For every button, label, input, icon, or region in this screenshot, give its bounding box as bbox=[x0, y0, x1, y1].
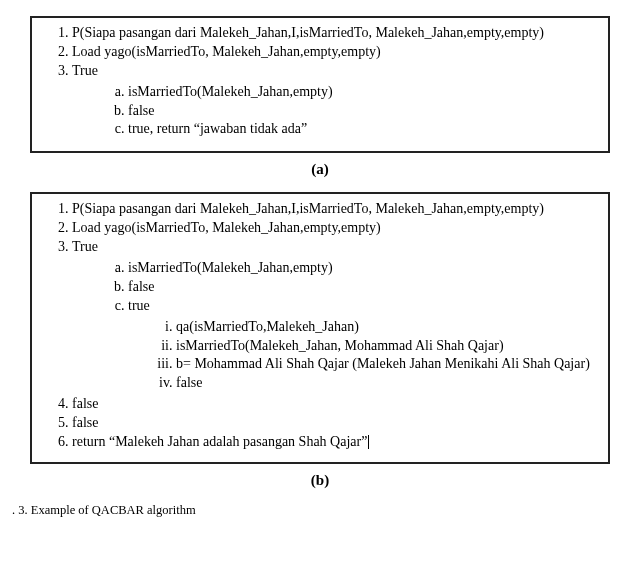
text-cursor bbox=[368, 435, 369, 449]
pseudocode-box-a: P(Siapa pasangan dari Malekeh_Jahan,I,is… bbox=[30, 16, 610, 153]
list-item-label: true bbox=[128, 298, 150, 313]
pseudocode-box-b: P(Siapa pasangan dari Malekeh_Jahan,I,is… bbox=[30, 192, 610, 464]
list-item: true qa(isMarriedTo,Malekeh_Jahan) isMar… bbox=[128, 297, 596, 393]
list-item-label: return “Malekeh Jahan adalah pasangan Sh… bbox=[72, 434, 367, 449]
sub-list-b: isMarriedTo(Malekeh_Jahan,empty) false t… bbox=[72, 259, 596, 393]
list-item: false bbox=[72, 395, 596, 414]
caption-b: (b) bbox=[12, 472, 628, 489]
caption-a: (a) bbox=[12, 161, 628, 178]
list-item: Load yago(isMarriedTo, Malekeh_Jahan,emp… bbox=[72, 43, 596, 62]
list-item: isMarriedTo(Malekeh_Jahan, Mohammad Ali … bbox=[176, 337, 596, 356]
list-item: P(Siapa pasangan dari Malekeh_Jahan,I,is… bbox=[72, 200, 596, 219]
list-item: True isMarriedTo(Malekeh_Jahan,empty) fa… bbox=[72, 238, 596, 393]
list-item: false bbox=[72, 414, 596, 433]
subsub-list-b: qa(isMarriedTo,Malekeh_Jahan) isMarriedT… bbox=[128, 318, 596, 394]
list-item: return “Malekeh Jahan adalah pasangan Sh… bbox=[72, 433, 596, 452]
list-item: P(Siapa pasangan dari Malekeh_Jahan,I,is… bbox=[72, 24, 596, 43]
list-item: b= Mohammad Ali Shah Qajar (Malekeh Jaha… bbox=[176, 355, 596, 374]
list-item: True isMarriedTo(Malekeh_Jahan,empty) fa… bbox=[72, 62, 596, 140]
list-item: isMarriedTo(Malekeh_Jahan,empty) bbox=[128, 83, 596, 102]
list-item: Load yago(isMarriedTo, Malekeh_Jahan,emp… bbox=[72, 219, 596, 238]
list-item: false bbox=[128, 278, 596, 297]
list-item: isMarriedTo(Malekeh_Jahan,empty) bbox=[128, 259, 596, 278]
list-item-label: True bbox=[72, 63, 98, 78]
list-item: true, return “jawaban tidak ada” bbox=[128, 120, 596, 139]
figure-caption-line: . 3. Example of QACBAR algorithm bbox=[12, 503, 628, 518]
sub-list-a: isMarriedTo(Malekeh_Jahan,empty) false t… bbox=[72, 83, 596, 140]
list-item-label: True bbox=[72, 239, 98, 254]
ordered-list-b: P(Siapa pasangan dari Malekeh_Jahan,I,is… bbox=[44, 200, 596, 452]
ordered-list-a: P(Siapa pasangan dari Malekeh_Jahan,I,is… bbox=[44, 24, 596, 139]
list-item: qa(isMarriedTo,Malekeh_Jahan) bbox=[176, 318, 596, 337]
list-item: false bbox=[176, 374, 596, 393]
list-item: false bbox=[128, 102, 596, 121]
